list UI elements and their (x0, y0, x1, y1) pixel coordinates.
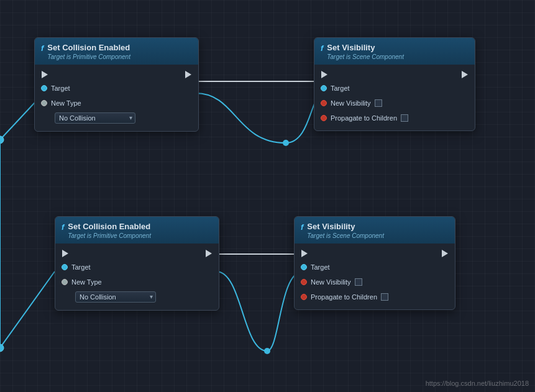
node1-dropdown-wrapper: No Collision (51, 112, 135, 124)
svg-point-0 (283, 140, 289, 146)
node-set-collision-enabled-2: f Set Collision Enabled Target is Primit… (55, 216, 219, 311)
node1-subtitle: Target is Primitive Component (47, 53, 130, 61)
node3-exec-in[interactable] (62, 250, 69, 257)
node-set-visibility-2: f Set Visibility Target is Scene Compone… (294, 216, 455, 310)
node1-target-label: Target (51, 84, 70, 92)
node3-newtype-row: New Type (55, 275, 219, 289)
func-icon-4: f (301, 222, 303, 232)
node4-propagate-label: Propagate to Children (311, 293, 377, 301)
svg-point-1 (0, 136, 4, 144)
node1-dropdown-row: No Collision (35, 111, 198, 126)
node4-title: Set Visibility (307, 222, 384, 232)
node3-target-pin[interactable] (62, 264, 68, 270)
node4-propagate-pin[interactable] (301, 294, 307, 300)
node1-collision-dropdown[interactable]: No Collision (55, 112, 135, 124)
node2-title: Set Visibility (327, 43, 404, 53)
node1-target-row: Target (35, 81, 198, 96)
node1-exec-row (35, 68, 198, 81)
func-icon-2: f (321, 43, 323, 53)
node3-subtitle: Target is Primitive Component (68, 232, 151, 240)
node2-propagate-checkbox[interactable] (401, 114, 408, 122)
node4-header: f Set Visibility Target is Scene Compone… (295, 217, 455, 244)
node4-newvis-label: New Visibility (311, 278, 351, 286)
node3-collision-dropdown[interactable]: No Collision (75, 291, 156, 303)
node4-exec-in[interactable] (301, 250, 308, 257)
node4-exec-row (295, 247, 455, 260)
node1-body: Target New Type No Collision (35, 65, 198, 131)
node4-exec-out[interactable] (441, 250, 449, 257)
svg-point-2 (264, 348, 270, 354)
node2-propagate-pin[interactable] (321, 115, 327, 121)
node1-target-pin[interactable] (41, 85, 47, 91)
node4-target-label: Target (311, 263, 330, 271)
node1-exec-out[interactable] (185, 71, 192, 78)
node2-exec-row (314, 68, 475, 81)
node3-exec-out[interactable] (205, 250, 213, 257)
node4-newvis-row: New Visibility (295, 275, 455, 289)
node-set-visibility-1: f Set Visibility Target is Scene Compone… (314, 37, 475, 131)
node1-header: f Set Collision Enabled Target is Primit… (35, 38, 198, 65)
node3-dropdown-wrapper: No Collision (71, 291, 156, 303)
node4-propagate-row: Propagate to Children (295, 289, 455, 304)
node2-body: Target New Visibility Propagate to Child… (314, 65, 475, 130)
node2-subtitle: Target is Scene Component (327, 53, 404, 61)
node4-newvis-pin[interactable] (301, 279, 307, 285)
node3-dropdown-row: No Collision (55, 289, 219, 305)
node3-title: Set Collision Enabled (68, 222, 151, 232)
node4-newvis-checkbox[interactable] (355, 278, 362, 286)
node2-target-pin[interactable] (321, 85, 327, 91)
node3-newtype-label: New Type (71, 278, 102, 286)
node3-header: f Set Collision Enabled Target is Primit… (55, 217, 219, 244)
node2-exec-out[interactable] (461, 71, 469, 78)
node3-target-label: Target (71, 263, 91, 271)
node-set-collision-enabled-1: f Set Collision Enabled Target is Primit… (34, 37, 199, 132)
node2-newvis-pin[interactable] (321, 100, 327, 106)
node4-target-pin[interactable] (301, 264, 307, 270)
node2-header: f Set Visibility Target is Scene Compone… (314, 38, 475, 65)
node4-target-row: Target (295, 260, 455, 275)
node1-newtype-label: New Type (51, 99, 81, 107)
node2-newvis-label: New Visibility (331, 99, 371, 107)
func-icon-3: f (62, 222, 64, 232)
node4-body: Target New Visibility Propagate to Child… (295, 244, 455, 309)
svg-point-3 (0, 344, 4, 352)
node1-exec-in[interactable] (41, 71, 48, 78)
node3-newtype-pin[interactable] (62, 279, 68, 285)
node4-propagate-checkbox[interactable] (381, 293, 388, 301)
node3-exec-row (55, 247, 219, 260)
node3-target-row: Target (55, 260, 219, 275)
node2-propagate-label: Propagate to Children (331, 114, 397, 122)
node2-newvis-checkbox[interactable] (375, 99, 382, 107)
node4-subtitle: Target is Scene Component (307, 232, 384, 240)
node2-newvis-row: New Visibility (314, 96, 475, 111)
node2-propagate-row: Propagate to Children (314, 111, 475, 125)
node2-target-label: Target (331, 84, 350, 92)
node3-body: Target New Type No Collision (55, 244, 219, 310)
func-icon-1: f (41, 43, 43, 53)
node1-newtype-row: New Type (35, 96, 198, 111)
node1-title: Set Collision Enabled (47, 43, 130, 53)
node2-exec-in[interactable] (321, 71, 328, 78)
node2-target-row: Target (314, 81, 475, 96)
watermark: https://blog.csdn.net/liuzhimu2018 (426, 380, 529, 387)
node1-newtype-pin[interactable] (41, 100, 47, 106)
